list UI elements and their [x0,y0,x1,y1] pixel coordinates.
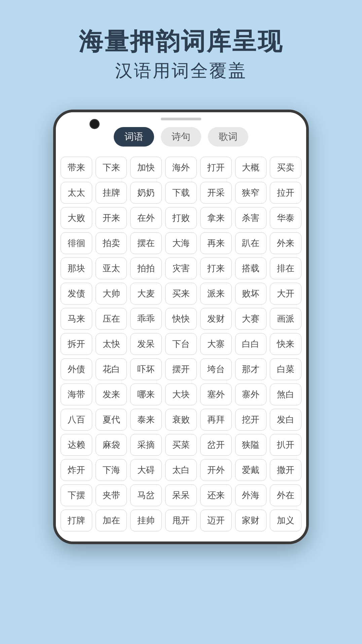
word-cell[interactable]: 花白 [96,358,127,380]
word-cell[interactable]: 海带 [61,384,92,405]
word-cell[interactable]: 外海 [235,484,267,506]
word-cell[interactable]: 还来 [200,484,232,506]
word-cell[interactable]: 八百 [61,409,92,431]
word-cell[interactable]: 拿来 [200,207,232,229]
word-cell[interactable]: 吓坏 [130,358,162,380]
word-cell[interactable]: 白白 [235,333,267,355]
word-cell[interactable]: 岔开 [200,434,232,456]
word-cell[interactable]: 快快 [165,308,197,330]
word-cell[interactable]: 拉开 [270,182,301,204]
word-cell[interactable]: 大麦 [130,283,162,305]
word-cell[interactable]: 败坏 [235,283,267,305]
word-cell[interactable]: 发来 [96,384,127,405]
word-cell[interactable]: 哪来 [130,384,162,405]
word-cell[interactable]: 派来 [200,283,232,305]
word-cell[interactable]: 拍拍 [130,257,162,279]
word-cell[interactable]: 下来 [96,157,127,178]
word-cell[interactable]: 加在 [96,510,127,531]
word-cell[interactable]: 买卖 [270,157,301,178]
word-cell[interactable]: 大赛 [235,308,267,330]
word-cell[interactable]: 快来 [270,333,301,355]
word-cell[interactable]: 扒开 [270,434,301,456]
word-cell[interactable]: 大海 [165,232,197,254]
word-cell[interactable]: 打败 [165,207,197,229]
word-cell[interactable]: 搭载 [235,257,267,279]
word-cell[interactable]: 马来 [61,308,92,330]
word-cell[interactable]: 大块 [165,384,197,405]
word-cell[interactable]: 太快 [96,333,127,355]
word-cell[interactable]: 挂帅 [130,510,162,531]
word-cell[interactable]: 下摆 [61,484,92,506]
word-cell[interactable]: 摆开 [165,358,197,380]
word-cell[interactable]: 压在 [96,308,127,330]
word-cell[interactable]: 打牌 [61,510,92,531]
word-cell[interactable]: 撒开 [270,459,301,481]
word-cell[interactable]: 拆开 [61,333,92,355]
word-cell[interactable]: 达赖 [61,434,92,456]
word-cell[interactable]: 买菜 [165,434,197,456]
word-cell[interactable]: 发债 [61,283,92,305]
word-cell[interactable]: 下海 [96,459,127,481]
word-cell[interactable]: 买来 [165,283,197,305]
word-cell[interactable]: 大开 [270,283,301,305]
word-cell[interactable]: 迈开 [200,510,232,531]
word-cell[interactable]: 呆呆 [165,484,197,506]
word-cell[interactable]: 狭隘 [235,434,267,456]
word-cell[interactable]: 下载 [165,182,197,204]
word-cell[interactable]: 挖开 [235,409,267,431]
word-cell[interactable]: 带来 [61,157,92,178]
word-cell[interactable]: 夹带 [96,484,127,506]
word-cell[interactable]: 再拜 [200,409,232,431]
word-cell[interactable]: 打开 [200,157,232,178]
word-cell[interactable]: 大帅 [96,283,127,305]
word-cell[interactable]: 加快 [130,157,162,178]
word-cell[interactable]: 摆在 [130,232,162,254]
word-cell[interactable]: 太太 [61,182,92,204]
word-cell[interactable]: 家财 [235,510,267,531]
word-cell[interactable]: 狭窄 [235,182,267,204]
word-cell[interactable]: 拍卖 [96,232,127,254]
tab-lyrics[interactable]: 歌词 [208,127,248,147]
word-cell[interactable]: 画派 [270,308,301,330]
word-cell[interactable]: 趴在 [235,232,267,254]
word-cell[interactable]: 夏代 [96,409,127,431]
word-cell[interactable]: 大寨 [200,333,232,355]
word-cell[interactable]: 煞白 [270,384,301,405]
word-cell[interactable]: 外来 [270,232,301,254]
word-cell[interactable]: 徘徊 [61,232,92,254]
word-cell[interactable]: 华泰 [270,207,301,229]
word-cell[interactable]: 垮台 [200,358,232,380]
word-cell[interactable]: 麻袋 [96,434,127,456]
word-cell[interactable]: 外在 [270,484,301,506]
word-cell[interactable]: 奶奶 [130,182,162,204]
word-cell[interactable]: 泰来 [130,409,162,431]
word-cell[interactable]: 再来 [200,232,232,254]
word-cell[interactable]: 发财 [200,308,232,330]
word-cell[interactable]: 马岔 [130,484,162,506]
word-cell[interactable]: 塞外 [200,384,232,405]
word-cell[interactable]: 衰败 [165,409,197,431]
word-cell[interactable]: 采摘 [130,434,162,456]
word-cell[interactable]: 开来 [96,207,127,229]
word-cell[interactable]: 炸开 [61,459,92,481]
word-cell[interactable]: 开采 [200,182,232,204]
word-cell[interactable]: 大概 [235,157,267,178]
word-cell[interactable]: 开外 [200,459,232,481]
word-cell[interactable]: 寨外 [235,384,267,405]
word-cell[interactable]: 海外 [165,157,197,178]
word-cell[interactable]: 灾害 [165,257,197,279]
word-cell[interactable]: 爱戴 [235,459,267,481]
word-cell[interactable]: 大碍 [130,459,162,481]
word-cell[interactable]: 排在 [270,257,301,279]
word-cell[interactable]: 在外 [130,207,162,229]
word-cell[interactable]: 挂牌 [96,182,127,204]
word-cell[interactable]: 那块 [61,257,92,279]
word-cell[interactable]: 杀害 [235,207,267,229]
word-cell[interactable]: 外债 [61,358,92,380]
word-cell[interactable]: 下台 [165,333,197,355]
word-cell[interactable]: 那才 [235,358,267,380]
word-cell[interactable]: 乖乖 [130,308,162,330]
word-cell[interactable]: 发白 [270,409,301,431]
word-cell[interactable]: 太白 [165,459,197,481]
word-cell[interactable]: 加义 [270,510,301,531]
